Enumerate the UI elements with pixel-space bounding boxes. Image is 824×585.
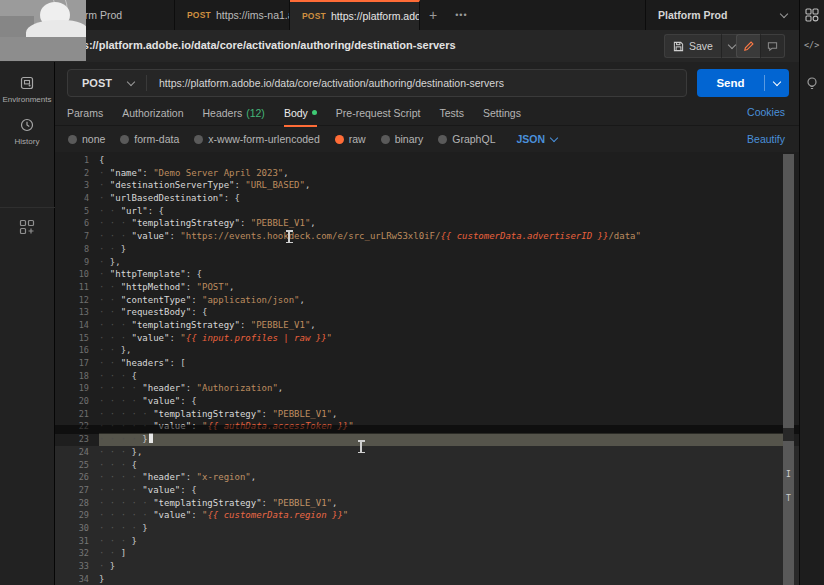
code-line[interactable]: 9· }, (55, 256, 799, 269)
add-panel-button[interactable] (19, 219, 35, 235)
tab-tests[interactable]: Tests (439, 100, 464, 126)
indent-whitespace: · · (99, 206, 121, 216)
code-line[interactable]: 12· · "contentType": "application/json", (55, 294, 799, 307)
code-text: · · · · · "value": "{{ customerData.regi… (99, 509, 783, 522)
code-line[interactable]: 15· · · "value": "{{ input.profiles | ra… (55, 332, 799, 345)
tab-pre-request-script[interactable]: Pre-request Script (336, 100, 421, 126)
code-line[interactable]: 18· · · { (55, 370, 799, 383)
body-mode-x-www-form-urlencoded[interactable]: x-www-form-urlencoded (194, 133, 319, 145)
code-line[interactable]: 21· · · · · "templatingStrategy": "PEBBL… (55, 408, 799, 421)
code-line[interactable]: 2· "name": "Demo Server April 2023", (55, 167, 799, 180)
tab-settings[interactable]: Settings (483, 100, 521, 126)
line-number: 15 (55, 332, 99, 345)
code-line[interactable]: 14· · · "templatingStrategy": "PEBBLE_V1… (55, 319, 799, 332)
beautify-link[interactable]: Beautify (747, 133, 785, 145)
sidebar-item-environments[interactable]: Environments (0, 62, 54, 104)
code-text: · · "httpMethod": "POST", (99, 281, 783, 294)
body-mode-raw[interactable]: raw (335, 133, 366, 145)
tab-authorization[interactable]: Authorization (122, 100, 183, 126)
code-line[interactable]: 17· · "headers": [ (55, 357, 799, 370)
code-line[interactable]: 26· · · · "header": "x-region", (55, 471, 799, 484)
scrollbar-thumb[interactable] (783, 441, 794, 585)
lightbulb-icon[interactable] (805, 76, 819, 92)
send-options-button[interactable] (765, 82, 789, 85)
code-snippet-button[interactable]: </> (804, 40, 819, 50)
code-line[interactable]: 20· · · · "value": { (55, 395, 799, 408)
language-selector[interactable]: JSON (516, 133, 557, 145)
request-url-input[interactable]: https://platform.adobe.io/data/core/acti… (147, 77, 504, 89)
code-line[interactable]: 16· · }, (55, 344, 799, 357)
sidebar-item-label: History (15, 137, 40, 146)
token: "application/json" (202, 295, 300, 305)
line-number: 6 (55, 217, 99, 230)
token: "requestBody" (121, 307, 191, 317)
radio-label: x-www-form-urlencoded (208, 133, 319, 145)
code-line[interactable]: 10· "httpTemplate": { (55, 268, 799, 281)
code-line[interactable]: 30· · · · } (55, 522, 799, 535)
code-line[interactable]: 31· · · } (55, 535, 799, 548)
body-mode-none[interactable]: none (68, 133, 105, 145)
radio-label: none (82, 133, 105, 145)
code-line[interactable]: 27· · · · "value": { (55, 484, 799, 497)
code-line[interactable]: 1{ (55, 154, 799, 167)
code-line[interactable]: 32· · ] (55, 547, 799, 560)
indent-whitespace: · · · · · (99, 409, 153, 419)
tab-params[interactable]: Params (67, 100, 103, 126)
line-number: 21 (55, 408, 99, 421)
save-button[interactable]: Save (664, 34, 721, 58)
send-button[interactable]: Send (697, 69, 789, 97)
line-number: 27 (55, 484, 99, 497)
code-line[interactable]: 13· · "requestBody": { (55, 306, 799, 319)
comments-button[interactable] (760, 34, 785, 58)
code-line[interactable]: 6· · · "templatingStrategy": "PEBBLE_V1"… (55, 217, 799, 230)
code-line[interactable]: 33· } (55, 560, 799, 573)
body-code-editor[interactable]: 1{2· "name": "Demo Server April 2023",3·… (55, 152, 799, 585)
token: {{ customerData.advertiserID }} (440, 231, 608, 241)
token: "value" (132, 231, 170, 241)
token: "templatingStrategy" (132, 218, 240, 228)
code-line[interactable]: 22· · · · · "value": "{{ authData.access… (55, 420, 799, 433)
request-title-url: https://platform.adobe.io/data/core/acti… (62, 39, 456, 51)
environment-selector[interactable]: Platform Prod (645, 0, 799, 30)
tab-request-platform[interactable]: POSThttps://platform.adob (290, 0, 420, 30)
code-line[interactable]: 24· · · }, (55, 446, 799, 459)
environment-quick-look-button[interactable] (805, 8, 819, 22)
code-line[interactable]: 7· · · "value": "https://events.hookdeck… (55, 230, 799, 243)
code-line[interactable]: 19· · · · "header": "Authorization", (55, 382, 799, 395)
rename-button[interactable] (736, 34, 760, 58)
cookies-link[interactable]: Cookies (747, 106, 785, 118)
new-tab-button[interactable]: + (420, 0, 446, 30)
body-mode-binary[interactable]: binary (381, 133, 424, 145)
code-line[interactable]: 8· · } (55, 243, 799, 256)
body-mode-form-data[interactable]: form-data (120, 133, 179, 145)
editor-scrollbar[interactable]: I T (783, 154, 794, 585)
tab-request-ims[interactable]: POSThttps://ims-na1.adobe (175, 0, 290, 30)
tab-headers[interactable]: Headers(12) (202, 100, 264, 126)
code-line[interactable]: 4· "urlBasedDestination": { (55, 192, 799, 205)
sidebar-item-history[interactable]: History (0, 104, 54, 146)
code-text: · · } (99, 243, 783, 256)
body-mode-GraphQL[interactable]: GraphQL (438, 133, 495, 145)
line-number: 24 (55, 446, 99, 459)
chevron-down-icon (127, 77, 135, 85)
tab-label: Params (67, 107, 103, 119)
code-line[interactable]: 25· · · { (55, 459, 799, 472)
code-line[interactable]: 3· "destinationServerType": "URL_BASED", (55, 179, 799, 192)
more-tabs-button[interactable]: ••• (446, 0, 476, 30)
method-selector[interactable]: POST (68, 77, 128, 89)
token: { (99, 155, 104, 165)
code-line[interactable]: 34} (55, 573, 799, 585)
code-line[interactable]: 5· · "url": { (55, 205, 799, 218)
code-line[interactable]: 23· · · · } (55, 433, 799, 446)
code-text: · "name": "Demo Server April 2023", (99, 167, 783, 180)
chevron-down-icon (773, 77, 781, 85)
code-line[interactable]: 11· · "httpMethod": "POST", (55, 281, 799, 294)
scrollbar-thumb[interactable] (783, 154, 794, 428)
token: : (262, 409, 273, 419)
token: , (229, 282, 234, 292)
tab-body[interactable]: Body (284, 100, 317, 126)
code-line[interactable]: 28· · · · · "templatingStrategy": "PEBBL… (55, 497, 799, 510)
save-button-group: Save (664, 34, 743, 58)
body-type-bar: noneform-datax-www-form-urlencodedrawbin… (55, 126, 799, 152)
code-line[interactable]: 29· · · · · "value": "{{ customerData.re… (55, 509, 799, 522)
